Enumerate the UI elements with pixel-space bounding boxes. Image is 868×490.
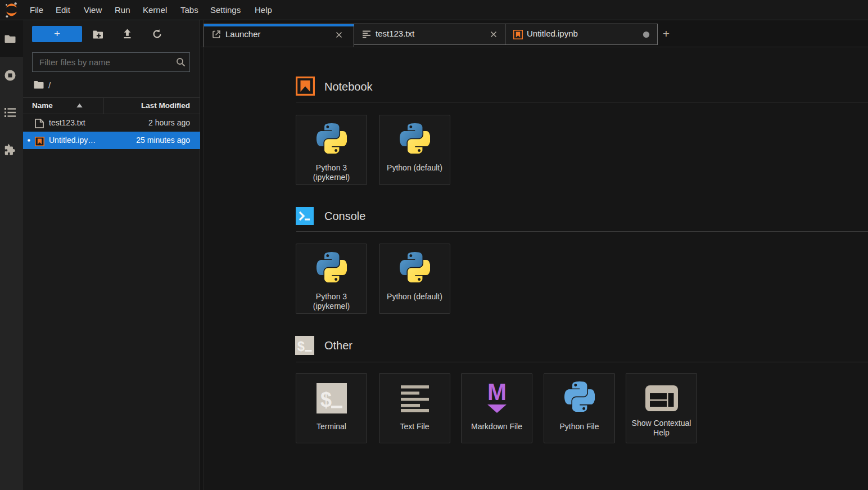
svg-text:$: $ [297,339,305,354]
svg-text:M: M [487,381,507,405]
svg-text:$: $ [320,388,332,411]
